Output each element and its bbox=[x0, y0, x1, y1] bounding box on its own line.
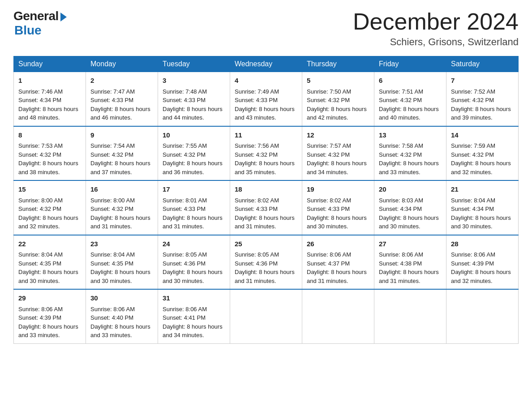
day-number: 4 bbox=[235, 76, 297, 86]
table-row bbox=[302, 289, 374, 343]
table-row: 8Sunrise: 7:53 AMSunset: 4:32 PMDaylight… bbox=[14, 126, 86, 181]
sunrise-time: Sunrise: 7:46 AM bbox=[18, 88, 63, 95]
col-wednesday: Wednesday bbox=[230, 56, 302, 72]
sunset-time: Sunset: 4:32 PM bbox=[379, 151, 422, 158]
daylight-label: Daylight: 8 hours hours bbox=[18, 106, 78, 112]
col-sunday: Sunday bbox=[14, 56, 86, 72]
day-number: 15 bbox=[18, 184, 81, 195]
sunset-time: Sunset: 4:33 PM bbox=[163, 206, 206, 212]
table-row: 14Sunrise: 7:59 AMSunset: 4:32 PMDayligh… bbox=[446, 126, 519, 181]
daylight-minutes: and 38 minutes. bbox=[18, 169, 60, 176]
sunset-time: Sunset: 4:32 PM bbox=[90, 151, 133, 158]
page-header: General Blue December 2024 Schiers, Gris… bbox=[13, 9, 519, 48]
day-number: 27 bbox=[379, 239, 442, 249]
day-number: 16 bbox=[90, 184, 153, 195]
day-number: 14 bbox=[451, 130, 514, 141]
sunrise-time: Sunrise: 7:52 AM bbox=[451, 88, 495, 95]
table-row bbox=[230, 289, 302, 343]
sunrise-time: Sunrise: 7:58 AM bbox=[379, 142, 423, 149]
daylight-label: Daylight: 8 hours hours bbox=[379, 269, 439, 275]
sunrise-time: Sunrise: 7:47 AM bbox=[90, 88, 135, 95]
sunset-time: Sunset: 4:40 PM bbox=[90, 314, 133, 321]
day-number: 6 bbox=[379, 76, 442, 86]
table-row: 21Sunrise: 8:04 AMSunset: 4:34 PMDayligh… bbox=[446, 180, 519, 235]
day-number: 19 bbox=[307, 184, 369, 195]
table-row bbox=[446, 289, 519, 343]
daylight-minutes: and 37 minutes. bbox=[90, 169, 132, 176]
sunset-time: Sunset: 4:32 PM bbox=[307, 97, 350, 103]
sunrise-time: Sunrise: 8:04 AM bbox=[90, 251, 135, 258]
daylight-minutes: and 46 minutes. bbox=[90, 114, 132, 121]
sunset-time: Sunset: 4:39 PM bbox=[18, 314, 61, 321]
table-row: 16Sunrise: 8:00 AMSunset: 4:32 PMDayligh… bbox=[86, 180, 158, 235]
table-row: 7Sunrise: 7:52 AMSunset: 4:32 PMDaylight… bbox=[446, 72, 519, 126]
day-number: 18 bbox=[235, 184, 297, 195]
daylight-label: Daylight: 8 hours hours bbox=[235, 269, 295, 275]
daylight-label: Daylight: 8 hours hours bbox=[379, 160, 439, 167]
daylight-minutes: and 33 minutes. bbox=[90, 332, 132, 338]
daylight-label: Daylight: 8 hours hours bbox=[379, 214, 439, 221]
daylight-minutes: and 32 minutes. bbox=[451, 169, 493, 176]
logo-general-text: General bbox=[13, 9, 59, 23]
table-row: 22Sunrise: 8:04 AMSunset: 4:35 PMDayligh… bbox=[14, 235, 86, 290]
daylight-label: Daylight: 8 hours hours bbox=[235, 214, 295, 221]
sunset-time: Sunset: 4:32 PM bbox=[451, 97, 494, 103]
table-row: 26Sunrise: 8:06 AMSunset: 4:37 PMDayligh… bbox=[302, 235, 374, 290]
daylight-minutes: and 31 minutes. bbox=[163, 223, 204, 230]
sunrise-time: Sunrise: 8:05 AM bbox=[235, 251, 279, 258]
daylight-label: Daylight: 8 hours hours bbox=[451, 106, 511, 112]
daylight-minutes: and 33 minutes. bbox=[379, 169, 420, 176]
table-row: 23Sunrise: 8:04 AMSunset: 4:35 PMDayligh… bbox=[86, 235, 158, 290]
sunrise-time: Sunrise: 8:06 AM bbox=[90, 306, 135, 313]
daylight-minutes: and 42 minutes. bbox=[307, 114, 348, 121]
daylight-minutes: and 31 minutes. bbox=[90, 223, 132, 230]
sunrise-time: Sunrise: 7:48 AM bbox=[163, 88, 207, 95]
table-row: 18Sunrise: 8:02 AMSunset: 4:33 PMDayligh… bbox=[230, 180, 302, 235]
day-number: 26 bbox=[307, 239, 369, 249]
calendar-week-row: 8Sunrise: 7:53 AMSunset: 4:32 PMDaylight… bbox=[14, 126, 519, 181]
daylight-label: Daylight: 8 hours hours bbox=[307, 214, 367, 221]
location-title: Schiers, Grisons, Switzerland bbox=[353, 36, 519, 48]
col-monday: Monday bbox=[86, 56, 158, 72]
table-row: 31Sunrise: 8:06 AMSunset: 4:41 PMDayligh… bbox=[158, 289, 230, 343]
col-saturday: Saturday bbox=[446, 56, 519, 72]
day-number: 28 bbox=[451, 239, 514, 249]
calendar-week-row: 22Sunrise: 8:04 AMSunset: 4:35 PMDayligh… bbox=[14, 235, 519, 290]
daylight-minutes: and 33 minutes. bbox=[18, 332, 60, 338]
table-row: 27Sunrise: 8:06 AMSunset: 4:38 PMDayligh… bbox=[374, 235, 446, 290]
sunset-time: Sunset: 4:32 PM bbox=[235, 151, 278, 158]
daylight-label: Daylight: 8 hours hours bbox=[18, 269, 78, 275]
sunset-time: Sunset: 4:36 PM bbox=[235, 260, 278, 267]
table-row: 17Sunrise: 8:01 AMSunset: 4:33 PMDayligh… bbox=[158, 180, 230, 235]
sunrise-time: Sunrise: 8:04 AM bbox=[451, 197, 495, 204]
day-number: 9 bbox=[90, 130, 153, 141]
daylight-label: Daylight: 8 hours hours bbox=[451, 269, 511, 275]
day-number: 21 bbox=[451, 184, 514, 195]
table-row: 1Sunrise: 7:46 AMSunset: 4:34 PMDaylight… bbox=[14, 72, 86, 126]
daylight-label: Daylight: 8 hours hours bbox=[379, 106, 439, 112]
col-friday: Friday bbox=[374, 56, 446, 72]
table-row: 5Sunrise: 7:50 AMSunset: 4:32 PMDaylight… bbox=[302, 72, 374, 126]
day-number: 10 bbox=[163, 130, 225, 141]
col-thursday: Thursday bbox=[302, 56, 374, 72]
daylight-minutes: and 30 minutes. bbox=[379, 223, 420, 230]
table-row bbox=[374, 289, 446, 343]
calendar-week-row: 29Sunrise: 8:06 AMSunset: 4:39 PMDayligh… bbox=[14, 289, 519, 343]
logo-triangle-icon bbox=[60, 13, 67, 21]
day-number: 31 bbox=[163, 293, 225, 304]
table-row: 19Sunrise: 8:02 AMSunset: 4:33 PMDayligh… bbox=[302, 180, 374, 235]
daylight-label: Daylight: 8 hours hours bbox=[307, 160, 367, 167]
day-number: 1 bbox=[18, 76, 81, 86]
col-tuesday: Tuesday bbox=[158, 56, 230, 72]
daylight-minutes: and 30 minutes. bbox=[18, 278, 60, 284]
sunrise-time: Sunrise: 7:51 AM bbox=[379, 88, 423, 95]
sunset-time: Sunset: 4:33 PM bbox=[235, 206, 278, 212]
day-number: 30 bbox=[90, 293, 153, 304]
table-row: 12Sunrise: 7:57 AMSunset: 4:32 PMDayligh… bbox=[302, 126, 374, 181]
daylight-minutes: and 31 minutes. bbox=[235, 223, 276, 230]
table-row: 11Sunrise: 7:56 AMSunset: 4:32 PMDayligh… bbox=[230, 126, 302, 181]
day-number: 13 bbox=[379, 130, 442, 141]
sunrise-time: Sunrise: 7:53 AM bbox=[18, 142, 63, 149]
sunrise-time: Sunrise: 8:02 AM bbox=[235, 197, 279, 204]
daylight-minutes: and 30 minutes. bbox=[90, 278, 132, 284]
